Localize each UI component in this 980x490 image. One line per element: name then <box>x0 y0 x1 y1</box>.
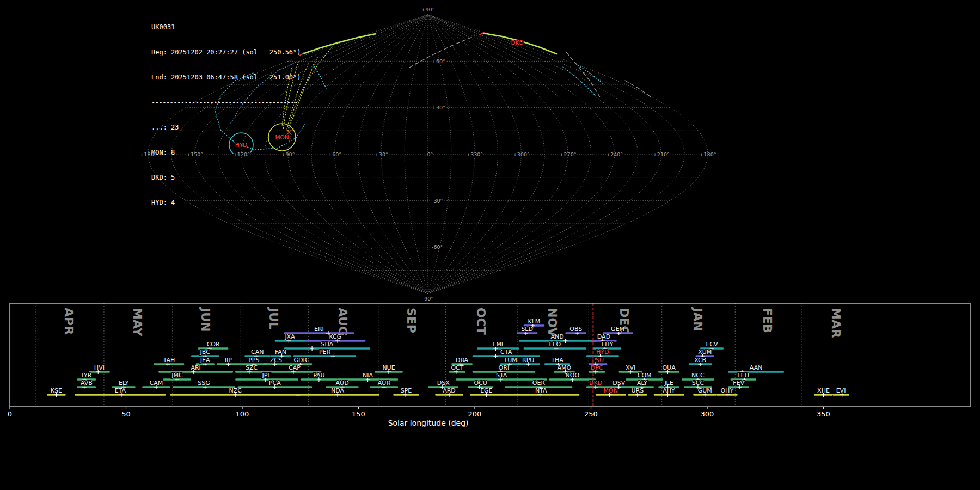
shower-label-urs: URS <box>632 387 644 394</box>
shower-label-eta: ETA <box>115 387 126 394</box>
shower-label-pca: PCA <box>269 379 281 387</box>
separator-line: ---------------------------------------- <box>151 99 301 107</box>
shower-label-per: PER <box>319 348 331 356</box>
meteor-radiant-screen: HYDMONDKD+180°+150°+120°+90°+60°+30°+0°+… <box>0 0 980 490</box>
x-tick-label-0: 0 <box>8 410 12 418</box>
meridian <box>428 15 498 293</box>
trail-c2 <box>563 67 596 96</box>
shower-label-can: CAN <box>251 348 264 356</box>
shower-label-ard: ARD <box>443 387 456 394</box>
shower-label-hyd: HYD <box>596 348 609 356</box>
shower-label-xvi: XVI <box>626 364 635 371</box>
shower-label-cap: CAP <box>289 364 301 371</box>
shower-label-xcb: XCB <box>694 357 706 364</box>
count-hyd: HYD: 4 <box>151 199 301 207</box>
x-tick-label-100: 100 <box>236 410 249 418</box>
shower-label-aan: AAN <box>750 364 763 371</box>
lat-label-0: +60° <box>432 58 445 64</box>
shower-label-sta: STA <box>496 372 507 379</box>
count-mon: MON: 8 <box>151 149 301 157</box>
shower-label-klm: KLM <box>528 318 540 325</box>
shower-label-jpe: JPE <box>261 372 271 379</box>
lon-label-12: +180° <box>700 151 716 157</box>
shower-label-lmi: LMI <box>493 341 503 348</box>
shower-label-rpu: RPU <box>522 357 534 364</box>
shower-bar-ari <box>158 371 233 373</box>
month-label-jul: JUL <box>267 307 280 329</box>
shower-label-ori: ORI <box>499 364 510 371</box>
month-label-mar: MAR <box>829 308 843 338</box>
shower-label-tha: THA <box>550 357 564 364</box>
shower-label-dsx: DSX <box>437 379 450 387</box>
radiant-label-dkd: DKD <box>511 39 523 46</box>
shower-label-ari: ARI <box>191 364 200 371</box>
station-id: UK0031 <box>151 23 301 32</box>
shower-label-qua: QUA <box>662 364 676 371</box>
shower-label-zcs: ZCS <box>270 357 282 364</box>
lon-label-6: +0° <box>423 151 433 157</box>
shower-label-pps: PPS <box>248 357 259 364</box>
shower-label-sld: SLD <box>521 326 533 333</box>
shower-label-fed: FED <box>737 372 749 379</box>
shower-label-nda: NDA <box>331 387 345 394</box>
month-label-aug: AUG <box>336 308 350 336</box>
shower-label-noo: NOO <box>566 372 580 379</box>
shower-label-cam: CAM <box>150 379 163 387</box>
shower-label-ncc: NCC <box>691 372 705 379</box>
month-label-feb: FEB <box>761 308 774 333</box>
shower-label-oer: OER <box>532 379 546 387</box>
shower-label-amo: AMO <box>558 364 572 371</box>
lat-label-3: -60° <box>432 244 443 250</box>
shower-label-scc: SCC <box>692 379 705 387</box>
month-label-jun: JUN <box>199 307 212 332</box>
lon-label-7: +330° <box>466 151 483 157</box>
pole-label-south: -90° <box>422 296 433 302</box>
shower-label-sda: SDA <box>321 341 333 348</box>
month-label-jan: JAN <box>691 307 705 332</box>
x-tick-label-300: 300 <box>701 410 714 418</box>
shower-label-gdr: GDR <box>293 357 307 364</box>
shower-label-eri: ERI <box>314 326 324 333</box>
shower-label-leo: LEO <box>549 341 561 348</box>
shower-label-cor: COR <box>207 341 220 348</box>
shower-label-and: AND <box>550 333 564 340</box>
trail-c3 <box>578 65 603 84</box>
shower-label-kcg: KCG <box>329 333 341 340</box>
shower-label-ssg: SSG <box>198 379 210 387</box>
shower-label-gem: GEM <box>611 326 624 333</box>
shower-bar-kcg <box>305 340 365 342</box>
shower-label-szc: SZC <box>246 364 258 371</box>
shower-label-obs: OBS <box>569 326 582 333</box>
shower-label-lum: LUM <box>505 357 517 364</box>
shower-label-gum: GUM <box>698 387 712 394</box>
lon-label-4: +60° <box>328 151 341 157</box>
count-dkd: DKD: 5 <box>151 174 301 182</box>
shower-label-xhe: XHE <box>817 387 830 394</box>
meteor-arc-1 <box>303 34 376 54</box>
shower-label-xum: XUM <box>698 348 712 356</box>
shower-label-pau: PAU <box>313 372 325 379</box>
shower-label-ocu: OCU <box>474 379 487 387</box>
month-label-sep: SEP <box>405 308 418 333</box>
shower-label-ege: EGE <box>480 387 492 394</box>
shower-label-dsv: DSV <box>612 379 625 387</box>
shower-label-ahy: AHY <box>663 387 675 394</box>
obs-begin: Beg: 20251202 20:27:27 (sol = 250.56°) <box>151 48 301 57</box>
month-label-apr: APR <box>62 308 76 335</box>
shower-bars: KLMERISLDOBSGEMJXAKCGANDDADCORSDALMILEOE… <box>47 318 849 397</box>
timeline-axes: 050100150200250300350Solar longitude (de… <box>8 303 970 427</box>
shower-label-ely: ELY <box>119 379 129 387</box>
shower-label-oct: OCT <box>451 364 463 371</box>
lon-label-8: +300° <box>513 151 530 157</box>
shower-label-kse: KSE <box>51 387 62 394</box>
lat-label-1: +30° <box>432 105 445 111</box>
trail-d3 <box>625 81 652 98</box>
shower-label-dra: DRA <box>456 357 469 364</box>
lon-label-9: +270° <box>560 151 577 157</box>
shower-bar-lmi <box>477 347 519 350</box>
shower-label-dad: DAD <box>597 333 610 340</box>
shower-label-com: COM <box>638 372 652 379</box>
shower-bar-avb <box>77 386 96 388</box>
shower-label-jmc: JMC <box>171 372 183 379</box>
shower-label-nta: NTA <box>535 387 547 394</box>
